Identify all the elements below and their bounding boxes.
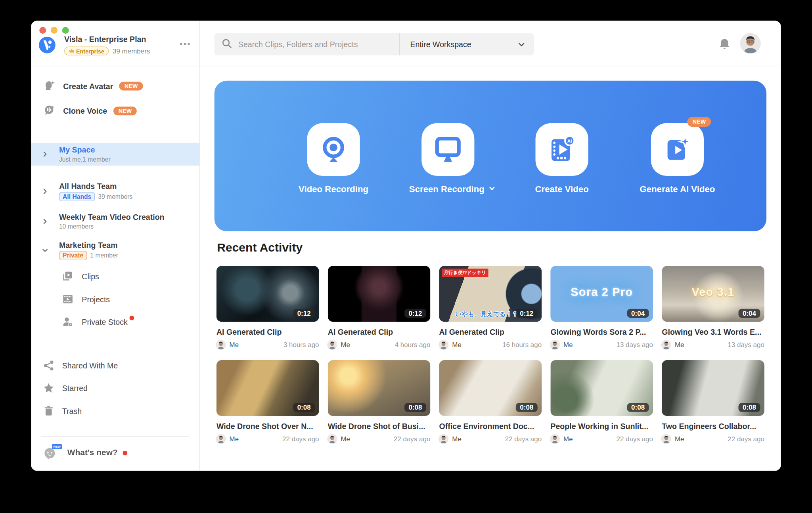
- duration-badge: 0:08: [516, 403, 538, 412]
- sidebar-item-clone-voice[interactable]: Clone Voice NEW: [31, 98, 199, 123]
- video-thumbnail[interactable]: Veo 3.1 0:04: [662, 266, 764, 322]
- owner-name: Me: [341, 435, 350, 443]
- sidebar-item-my-space[interactable]: My Space Just me,1 member: [31, 143, 199, 165]
- sidebar-item-clips[interactable]: Clips: [31, 265, 199, 288]
- video-thumbnail[interactable]: 0:08: [439, 360, 542, 416]
- close-window-button[interactable]: [39, 27, 46, 34]
- workspace-menu-button[interactable]: •••: [180, 39, 191, 48]
- search-input[interactable]: [238, 40, 399, 49]
- thumbnail-caption-top: 月行き便!?ドッキリ: [442, 269, 488, 277]
- video-thumbnail[interactable]: Sora 2 Pro 0:04: [550, 266, 653, 322]
- monitor-icon: [433, 135, 463, 165]
- sidebar-item-create-avatar[interactable]: Create Avatar NEW: [31, 73, 199, 98]
- duration-badge: 0:04: [627, 309, 649, 318]
- sidebar-item-starred[interactable]: Starred: [31, 377, 199, 399]
- owner-name: Me: [452, 341, 462, 349]
- screen-recording-button[interactable]: Screen Recording: [409, 123, 487, 195]
- chevron-down-icon[interactable]: [488, 185, 495, 192]
- private-stock-icon: [61, 315, 75, 328]
- recent-video-card[interactable]: 0:12 AI Generated Clip Me 3 hours ago: [216, 266, 319, 349]
- window-controls: [39, 27, 69, 34]
- timestamp: 22 days ago: [728, 435, 764, 443]
- video-thumbnail[interactable]: いやも、見えてる！？月行き便!?ドッキリ 0:12: [439, 266, 542, 322]
- owner-name: Me: [452, 435, 462, 443]
- owner-name: Me: [230, 435, 239, 443]
- screen: Visla - Enterprise Plan Enterprise 39 me…: [0, 0, 812, 513]
- video-thumbnail[interactable]: 0:08: [662, 360, 764, 416]
- video-thumbnail[interactable]: 0:12: [216, 266, 319, 322]
- recent-video-card[interactable]: 0:08 Office Environment Doc... Me 22 day…: [439, 360, 542, 443]
- timestamp: 22 days ago: [505, 435, 542, 443]
- owner-avatar: [439, 340, 448, 349]
- new-badge: NEW: [52, 444, 62, 449]
- recent-video-card[interactable]: Veo 3.1 0:04 Glowing Veo 3.1 Words E... …: [662, 266, 764, 349]
- workspace-header: Visla - Enterprise Plan Enterprise 39 me…: [31, 21, 199, 66]
- space-members: 10 members: [59, 223, 165, 230]
- recent-video-card[interactable]: 0:08 Two Engineers Collabor... Me 22 day…: [662, 360, 764, 443]
- search-scope-dropdown[interactable]: Entire Workspace: [399, 33, 534, 55]
- trash-icon: [42, 404, 56, 418]
- space-members: Just me,1 member: [59, 156, 111, 163]
- space-name: Marketing Team: [59, 241, 118, 250]
- robot-icon: NEW: [42, 445, 60, 460]
- sidebar-item-projects[interactable]: Projects: [31, 288, 199, 310]
- svg-text:AI: AI: [567, 138, 572, 143]
- team-type-badge: All Hands: [59, 192, 95, 201]
- video-title: AI Generated Clip: [328, 328, 431, 336]
- sidebar-item-weekly-team[interactable]: Weekly Team Video Creation 10 members: [31, 211, 199, 232]
- recent-video-card[interactable]: 0:08 Wide Drone Shot of Busi... Me 22 da…: [328, 360, 431, 443]
- recent-video-card[interactable]: いやも、見えてる！？月行き便!?ドッキリ 0:12 AI Generated C…: [439, 266, 542, 349]
- sidebar-item-private-stock[interactable]: Private Stock: [31, 311, 199, 333]
- space-members: 1 member: [90, 252, 118, 259]
- video-title: AI Generated Clip: [439, 328, 542, 336]
- video-thumbnail[interactable]: 0:08: [216, 360, 319, 416]
- timestamp: 3 hours ago: [283, 341, 319, 349]
- video-title: Wide Drone Shot Over N...: [216, 421, 319, 430]
- zoom-window-button[interactable]: [62, 27, 69, 34]
- star-icon: [42, 381, 56, 395]
- video-thumbnail[interactable]: 0:12: [328, 266, 431, 322]
- recent-activity-grid: 0:12 AI Generated Clip Me 3 hours ago 0:…: [216, 266, 764, 443]
- chevron-right-icon[interactable]: [41, 151, 48, 158]
- video-recording-button[interactable]: Video Recording: [295, 123, 372, 195]
- visla-logo: [38, 36, 56, 53]
- video-thumbnail[interactable]: 0:08: [550, 360, 653, 416]
- sidebar-item-trash[interactable]: Trash: [31, 399, 199, 422]
- timestamp: 13 days ago: [728, 341, 764, 349]
- main-content: Entire Workspace: [200, 21, 781, 471]
- video-title: Glowing Veo 3.1 Words E...: [662, 328, 764, 336]
- owner-avatar: [550, 340, 559, 349]
- duration-badge: 0:12: [293, 309, 315, 318]
- create-video-button[interactable]: AI Create Video: [523, 123, 601, 195]
- recent-video-card[interactable]: Sora 2 Pro 0:04 Glowing Words Sora 2 P..…: [550, 266, 653, 349]
- recent-video-card[interactable]: 0:12 AI Generated Clip Me 4 hours ago: [328, 266, 431, 349]
- user-avatar[interactable]: [741, 34, 760, 53]
- space-members: 39 members: [98, 193, 132, 200]
- notifications-bell-icon[interactable]: [719, 38, 730, 52]
- crown-icon: [69, 49, 75, 53]
- projects-icon: [61, 292, 75, 306]
- timestamp: 22 days ago: [394, 435, 431, 443]
- space-name: Weekly Team Video Creation: [59, 213, 165, 222]
- duration-badge: 0:08: [404, 403, 426, 412]
- owner-name: Me: [563, 341, 573, 349]
- owner-avatar: [439, 435, 448, 443]
- owner-avatar: [550, 435, 559, 443]
- search-bar: Entire Workspace: [214, 33, 534, 55]
- sidebar-item-marketing-team[interactable]: Marketing Team Private 1 member: [31, 240, 199, 261]
- sidebar-item-shared-with-me[interactable]: Shared With Me: [31, 354, 199, 376]
- video-title: AI Generated Clip: [216, 328, 319, 336]
- recent-video-card[interactable]: 0:08 Wide Drone Shot Over N... Me 22 day…: [216, 360, 319, 443]
- video-title: Office Environment Doc...: [439, 421, 542, 430]
- generate-ai-video-button[interactable]: NEW Generate AI Video: [638, 123, 716, 195]
- chevron-right-icon[interactable]: [41, 218, 48, 225]
- chevron-right-icon[interactable]: [41, 188, 48, 195]
- recent-video-card[interactable]: 0:08 People Working in Sunlit... Me 22 d…: [550, 360, 653, 443]
- minimize-window-button[interactable]: [51, 27, 57, 34]
- whats-new-button[interactable]: NEW What's new?: [31, 437, 199, 471]
- video-thumbnail[interactable]: 0:08: [328, 360, 431, 416]
- sidebar-item-all-hands-team[interactable]: All Hands Team All Hands 39 members: [31, 181, 199, 202]
- owner-name: Me: [675, 341, 684, 349]
- thumbnail-glow-text: Sora 2 Pro: [550, 286, 653, 299]
- chevron-down-icon[interactable]: [41, 247, 48, 254]
